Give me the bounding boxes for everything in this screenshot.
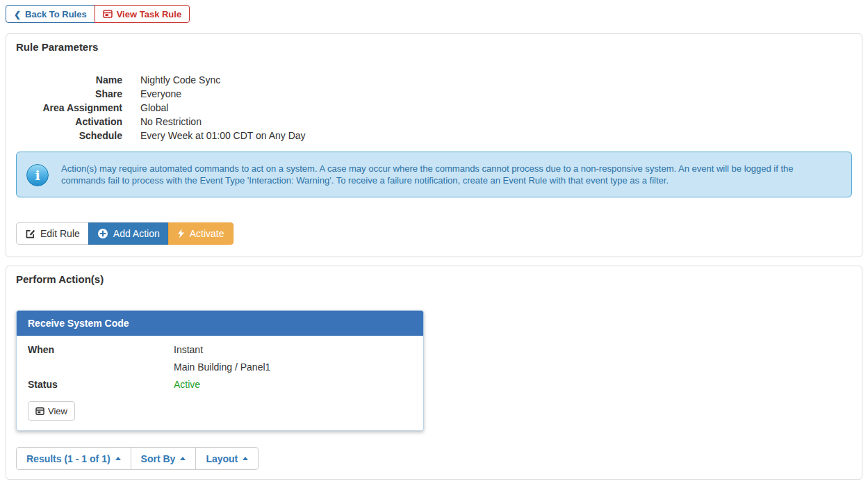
activation-value: No Restriction xyxy=(140,115,202,129)
edit-rule-label: Edit Rule xyxy=(40,228,80,239)
share-label: Share xyxy=(16,87,122,101)
field-row-name: Name Nightly Code Sync xyxy=(16,73,852,87)
action-card: Receive System Code When Instant Main Bu… xyxy=(16,310,424,431)
share-value: Everyone xyxy=(140,87,181,101)
edit-rule-button[interactable]: Edit Rule xyxy=(16,222,89,245)
when-row: When Instant Main Building / Panel1 xyxy=(28,341,412,376)
results-label: Results (1 - 1 of 1) xyxy=(26,453,110,464)
add-action-label: Add Action xyxy=(113,228,160,239)
activate-label: Activate xyxy=(190,228,224,239)
top-toolbar: Back To Rules View Task Rule xyxy=(6,5,190,23)
sort-by-label: Sort By xyxy=(141,453,176,464)
chevron-left-icon xyxy=(14,9,21,19)
layout-dropdown-button[interactable]: Layout xyxy=(195,447,259,470)
action-card-body: When Instant Main Building / Panel1 Stat… xyxy=(17,336,423,430)
layout-label: Layout xyxy=(206,453,238,464)
rule-parameters-panel: Rule Parameters Name Nightly Code Sync S… xyxy=(6,33,862,257)
info-alert: Action(s) may require automated commands… xyxy=(16,152,852,197)
modal-window-icon xyxy=(35,407,44,416)
sort-by-dropdown-button[interactable]: Sort By xyxy=(131,447,197,470)
info-alert-text: Action(s) may require automated commands… xyxy=(61,163,796,186)
action-card-header: Receive System Code xyxy=(17,311,423,336)
when-value-timing: Instant xyxy=(174,341,270,359)
field-row-share: Share Everyone xyxy=(16,87,852,101)
rule-parameters-fields: Name Nightly Code Sync Share Everyone Ar… xyxy=(16,73,852,143)
schedule-value: Every Week at 01:00 CDT on Any Day xyxy=(140,129,306,143)
status-label: Status xyxy=(28,376,174,393)
perform-actions-panel: Perform Action(s) Receive System Code Wh… xyxy=(6,266,862,480)
edit-icon xyxy=(25,229,35,239)
results-dropdown-button[interactable]: Results (1 - 1 of 1) xyxy=(16,447,131,470)
view-task-rule-button[interactable]: View Task Rule xyxy=(95,5,190,23)
add-action-button[interactable]: Add Action xyxy=(88,222,169,245)
name-label: Name xyxy=(16,73,122,87)
action-card-title: Receive System Code xyxy=(28,318,129,329)
caret-up-icon xyxy=(180,457,186,460)
plus-circle-icon xyxy=(97,228,108,239)
field-row-area-assignment: Area Assignment Global xyxy=(16,101,852,115)
when-value-location: Main Building / Panel1 xyxy=(174,359,270,376)
rule-parameters-title: Rule Parameters xyxy=(16,34,852,53)
activation-label: Activation xyxy=(16,115,122,129)
back-to-rules-button[interactable]: Back To Rules xyxy=(6,5,95,23)
rule-action-buttons: Edit Rule Add Action Activate xyxy=(16,222,234,245)
page: Back To Rules View Task Rule Rule Parame… xyxy=(0,0,868,485)
bolt-icon xyxy=(177,229,185,238)
field-row-schedule: Schedule Every Week at 01:00 CDT on Any … xyxy=(16,129,852,143)
view-action-button[interactable]: View xyxy=(28,401,75,421)
perform-actions-title: Perform Action(s) xyxy=(16,266,852,285)
caret-up-icon xyxy=(243,457,248,460)
modal-window-icon xyxy=(103,9,113,19)
info-icon xyxy=(26,164,49,186)
view-action-label: View xyxy=(48,406,67,416)
pagination-toolbar: Results (1 - 1 of 1) Sort By Layout xyxy=(16,447,259,470)
view-task-rule-label: View Task Rule xyxy=(117,9,181,19)
back-to-rules-label: Back To Rules xyxy=(25,9,87,19)
caret-up-icon xyxy=(115,457,121,460)
name-value: Nightly Code Sync xyxy=(140,73,220,87)
field-row-activation: Activation No Restriction xyxy=(16,115,852,129)
when-value: Instant Main Building / Panel1 xyxy=(174,341,270,376)
activate-button[interactable]: Activate xyxy=(168,222,234,245)
status-badge: Active xyxy=(174,376,200,393)
schedule-label: Schedule xyxy=(16,129,122,143)
area-assignment-label: Area Assignment xyxy=(16,101,122,115)
when-label: When xyxy=(28,341,174,376)
status-row: Status Active xyxy=(28,376,412,393)
area-assignment-value: Global xyxy=(140,101,168,115)
